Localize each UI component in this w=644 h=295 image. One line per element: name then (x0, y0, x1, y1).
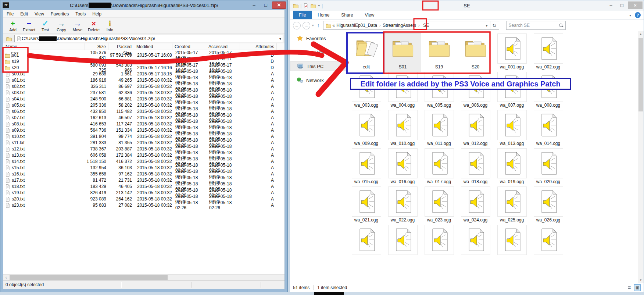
tab-file[interactable]: File (293, 11, 312, 19)
list-item-wa_025-ogg[interactable]: wa_025.ogg (494, 186, 530, 225)
list-item-wa_007-ogg[interactable]: wa_007.ogg (494, 72, 530, 110)
column-header-modified[interactable]: Modified (134, 43, 172, 50)
list-item-wa_003-ogg[interactable]: wa_003.ogg (348, 72, 384, 110)
copy-button[interactable]: →Copy (53, 18, 69, 33)
column-header-packed-size[interactable]: Packed Size (108, 43, 134, 50)
menu-item-tools[interactable]: Tools (72, 11, 89, 17)
list-item-wa_008-ogg[interactable]: wa_008.ogg (530, 72, 566, 110)
list-item-partial[interactable] (457, 225, 494, 263)
list-item-s01[interactable]: S01 (384, 33, 421, 72)
search-input[interactable]: Search SE (506, 21, 566, 30)
sidebar-item-network[interactable]: Network (290, 75, 348, 85)
close-button[interactable]: ✕ (272, 1, 286, 9)
list-item-wa_005-ogg[interactable]: wa_005.ogg (421, 72, 457, 110)
vertical-scrollbar[interactable]: ▴ ▾ (638, 31, 644, 283)
list-item-s20[interactable]: S20 (457, 33, 494, 72)
list-item-wa_021-ogg[interactable]: wa_021.ogg (348, 186, 384, 225)
list-item-wa_018-ogg[interactable]: wa_018.ogg (457, 148, 494, 186)
details-view-button[interactable]: ≣ (626, 284, 633, 291)
list-item-s19[interactable]: S19 (421, 33, 457, 72)
list-item-partial[interactable] (348, 225, 384, 263)
minimize-button[interactable]: – (606, 1, 616, 9)
move-button[interactable]: →Move (69, 18, 86, 33)
list-item-edit[interactable]: edit (348, 33, 384, 72)
list-item-wa_020-ogg[interactable]: wa_020.ogg (530, 148, 566, 186)
help-icon[interactable]: ? (635, 12, 641, 18)
large-icons-view-button[interactable]: ▣ (634, 284, 641, 291)
list-item-partial[interactable] (421, 225, 457, 263)
breadcrumb-overflow[interactable]: « (333, 23, 335, 28)
qat-customize-chevron-icon[interactable]: ▾ (318, 4, 320, 7)
back-button[interactable]: ← (293, 22, 301, 29)
tab-home[interactable]: Home (312, 11, 335, 19)
list-item-wa_004-ogg[interactable]: wa_004.ogg (384, 72, 421, 110)
breadcrumb-item[interactable]: HigurashiEp01_Data (336, 23, 377, 28)
recent-locations-chevron-icon[interactable]: ▾ (312, 24, 314, 27)
list-item-partial[interactable] (384, 225, 421, 263)
list-item-wa_014-ogg[interactable]: wa_014.ogg (530, 110, 566, 148)
forward-button[interactable]: → (303, 22, 310, 29)
ribbon-collapse-chevron-icon[interactable]: ▾ (629, 13, 631, 17)
list-item-wa_006-ogg[interactable]: wa_006.ogg (457, 72, 494, 110)
minimize-button[interactable]: – (248, 1, 260, 9)
test-button[interactable]: ✓Test (37, 18, 53, 33)
scrollbar-thumb[interactable] (10, 275, 168, 280)
breadcrumb-item[interactable]: StreamingAssets (383, 23, 416, 28)
list-item-wa_019-ogg[interactable]: wa_019.ogg (494, 148, 530, 186)
list-item-wa_016-ogg[interactable]: wa_016.ogg (384, 148, 421, 186)
list-item-wa_024-ogg[interactable]: wa_024.ogg (457, 186, 494, 225)
breadcrumb-item-se[interactable]: SE (422, 22, 430, 28)
list-item-partial[interactable] (494, 225, 530, 263)
list-item-wa_001-ogg[interactable]: wa_001.ogg (494, 33, 530, 72)
list-item-wa_017-ogg[interactable]: wa_017.ogg (421, 148, 457, 186)
extract-button[interactable]: −Extract (21, 18, 37, 33)
maximize-button[interactable]: □ (260, 1, 271, 9)
scroll-left-arrow-icon[interactable]: ‹ (3, 275, 9, 280)
address-bar[interactable]: « HigurashiEp01_Data › StreamingAssets ›… (323, 21, 490, 30)
list-item-wa_026-ogg[interactable]: wa_026.ogg (530, 186, 566, 225)
address-dropdown-chevron-icon[interactable]: ▾ (486, 24, 488, 28)
tab-share[interactable]: Share (335, 11, 359, 19)
explorer-titlebar[interactable]: | ▾ | SE – □ × (290, 0, 644, 11)
refresh-button[interactable]: ↻ (490, 21, 499, 30)
add-button[interactable]: +Add (5, 18, 21, 33)
tab-view[interactable]: View (359, 11, 380, 19)
menu-item-view[interactable]: View (31, 11, 47, 17)
list-item-partial[interactable] (530, 225, 566, 263)
list-item-wa_002-ogg[interactable]: wa_002.ogg (530, 33, 566, 72)
sidebar-item-this-pc[interactable]: This PC (290, 61, 348, 71)
column-header-size[interactable]: Size (85, 43, 108, 50)
scroll-down-arrow-icon[interactable]: ▾ (638, 277, 644, 283)
seven-zip-titlebar[interactable]: 7z C:\Users\Downloads\Higurashi\Higurash… (0, 0, 287, 10)
column-header-accessed[interactable]: Accessed (206, 43, 240, 50)
menu-item-file[interactable]: File (3, 11, 17, 17)
list-item-wa_015-ogg[interactable]: wa_015.ogg (348, 148, 384, 186)
menu-item-favorites[interactable]: Favorites (47, 11, 72, 17)
column-header-created[interactable]: Created (172, 43, 206, 50)
up-button[interactable]: ↑ (316, 22, 321, 28)
menu-item-help[interactable]: Help (89, 11, 105, 17)
info-button[interactable]: iInfo (102, 18, 118, 33)
list-item-wa_011-ogg[interactable]: wa_011.ogg (421, 110, 457, 148)
sidebar-item-favorites[interactable]: Favorites (290, 33, 348, 43)
list-item-wa_010-ogg[interactable]: wa_010.ogg (384, 110, 421, 148)
list-item-wa_009-ogg[interactable]: wa_009.ogg (348, 110, 384, 148)
maximize-button[interactable]: □ (617, 1, 627, 9)
delete-button[interactable]: ×Delete (86, 18, 102, 33)
folder-up-button[interactable] (5, 35, 13, 42)
column-header-name[interactable]: Name (3, 43, 85, 50)
archive-path-combobox[interactable]: C:\Users\Downloads\Higurashi\HigurashiPS… (14, 35, 283, 42)
qat-new-folder-icon[interactable] (311, 3, 316, 8)
list-item-wa_022-ogg[interactable]: wa_022.ogg (384, 186, 421, 225)
list-item-wa_023-ogg[interactable]: wa_023.ogg (421, 186, 457, 225)
qat-properties-icon[interactable] (303, 3, 309, 8)
chevron-down-icon[interactable]: ▾ (279, 37, 281, 41)
list-item-wa_012-ogg[interactable]: wa_012.ogg (457, 110, 494, 148)
horizontal-scrollbar[interactable]: ‹ (3, 274, 285, 280)
scroll-up-arrow-icon[interactable]: ▴ (638, 31, 644, 37)
sidebar-item-homegroup[interactable]: Homegroup (290, 47, 348, 57)
close-button[interactable]: × (628, 1, 643, 9)
list-item-wa_013-ogg[interactable]: wa_013.ogg (494, 110, 530, 148)
column-header-attributes[interactable]: Attributes (240, 43, 277, 50)
scrollbar-thumb[interactable] (638, 38, 643, 111)
